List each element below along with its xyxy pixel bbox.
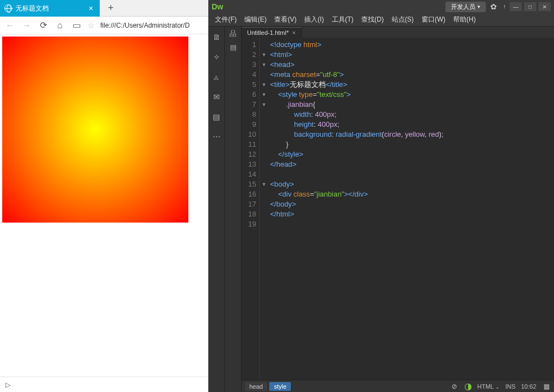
close-icon[interactable]: × <box>292 29 295 36</box>
status-bar: head style ⊘ ◑ HTML ⌄ INS 10:62 ▦ <box>242 380 554 392</box>
title-bar: Dw 开发人员 ✿ ! — □ ✕ <box>208 0 554 13</box>
home-button[interactable]: ⌂ <box>53 19 66 32</box>
tab-title: 无标题文档 <box>16 4 49 13</box>
editor-main: 🗎 ✧ ஃ ✉ ▤ ⋯ 品 ▤ Untitled-1.html* × 12345… <box>208 27 554 392</box>
menu-item[interactable]: 工具(T) <box>329 14 357 25</box>
browser-tab[interactable]: 无标题文档 × <box>0 0 100 17</box>
status-insert-mode[interactable]: INS <box>505 383 515 390</box>
wand-icon[interactable]: ✧ <box>212 52 222 62</box>
address-bar[interactable]: file:///C:/Users/Administrator/D <box>98 20 205 30</box>
menu-item[interactable]: 站点(S) <box>388 14 417 25</box>
browser-tab-strip: 无标题文档 × + <box>0 0 208 17</box>
left-toolbar-1: 🗎 ✧ ஃ ✉ ▤ ⋯ <box>208 27 225 392</box>
code-content[interactable]: <!doctype html><html><head><meta charset… <box>268 38 443 380</box>
browser-nav-bar: ← → ⟳ ⌂ ▭ ☆ file:///C:/Users/Administrat… <box>0 17 208 34</box>
forward-button[interactable]: → <box>20 19 33 32</box>
menu-item[interactable]: 文件(F) <box>212 14 240 25</box>
dreamweaver-window: Dw 开发人员 ✿ ! — □ ✕ 文件(F)编辑(E)查看(V)插入(I)工具… <box>208 0 554 392</box>
code-editor[interactable]: 12345678910111213141516171819 ▼▼▼▼▼▼ <!d… <box>242 38 554 380</box>
status-language[interactable]: HTML ⌄ <box>478 383 500 390</box>
editor-column: Untitled-1.html* × 123456789101112131415… <box>242 27 554 392</box>
menu-item[interactable]: 插入(I) <box>301 14 327 25</box>
tree-icon[interactable]: 品 <box>228 29 239 39</box>
file-tab-label: Untitled-1.html* <box>247 29 289 36</box>
file-icon[interactable]: 🗎 <box>212 32 222 42</box>
gradient-box <box>2 37 188 223</box>
preview-icon[interactable]: ▦ <box>542 382 551 391</box>
page-icon[interactable]: ▤ <box>212 112 222 122</box>
branch-icon[interactable]: ஃ <box>212 72 222 82</box>
menu-item[interactable]: 帮助(H) <box>450 14 479 25</box>
fold-gutter: ▼▼▼▼▼▼ <box>260 38 268 380</box>
reader-button[interactable]: ▭ <box>70 19 83 32</box>
devtools-toggle-icon[interactable]: ▷ <box>6 381 11 389</box>
status-cursor-pos: 10:62 <box>521 383 536 390</box>
file-tab-bar: Untitled-1.html* × <box>242 27 554 38</box>
chat-icon[interactable]: ✉ <box>212 92 222 102</box>
browser-window: 无标题文档 × + ← → ⟳ ⌂ ▭ ☆ file:///C:/Users/A… <box>0 0 208 392</box>
error-icon[interactable]: ⊘ <box>450 382 459 391</box>
favorite-icon[interactable]: ☆ <box>88 21 95 30</box>
menu-item[interactable]: 编辑(E) <box>241 14 270 25</box>
breadcrumb-head[interactable]: head <box>245 382 267 391</box>
list-icon[interactable]: ▤ <box>228 42 239 52</box>
close-button[interactable]: ✕ <box>538 2 551 11</box>
file-tab[interactable]: Untitled-1.html* × <box>242 27 302 38</box>
browser-footer: ▷ <box>0 376 208 392</box>
new-tab-button[interactable]: + <box>103 0 119 16</box>
maximize-button[interactable]: □ <box>524 2 536 11</box>
menu-item[interactable]: 查找(D) <box>358 14 387 25</box>
menu-item[interactable]: 窗口(W) <box>418 14 449 25</box>
sync-ok-icon: ◑ <box>464 381 472 391</box>
sync-caret-icon: ! <box>501 4 507 9</box>
gear-icon[interactable]: ✿ <box>488 2 499 11</box>
workspace-switcher[interactable]: 开发人员 <box>445 2 486 12</box>
close-icon[interactable]: × <box>86 4 95 13</box>
minimize-button[interactable]: — <box>510 2 522 11</box>
menu-bar: 文件(F)编辑(E)查看(V)插入(I)工具(T)查找(D)站点(S)窗口(W)… <box>208 13 554 27</box>
browser-viewport <box>0 34 208 376</box>
breadcrumb-style[interactable]: style <box>269 382 291 391</box>
reload-button[interactable]: ⟳ <box>37 19 50 32</box>
line-numbers: 12345678910111213141516171819 <box>242 38 260 380</box>
more-icon[interactable]: ⋯ <box>212 132 222 142</box>
menu-item[interactable]: 查看(V) <box>271 14 300 25</box>
back-button[interactable]: ← <box>3 19 17 32</box>
dw-logo: Dw <box>212 2 223 11</box>
left-toolbar-2: 品 ▤ <box>225 27 242 392</box>
globe-icon <box>4 4 12 12</box>
